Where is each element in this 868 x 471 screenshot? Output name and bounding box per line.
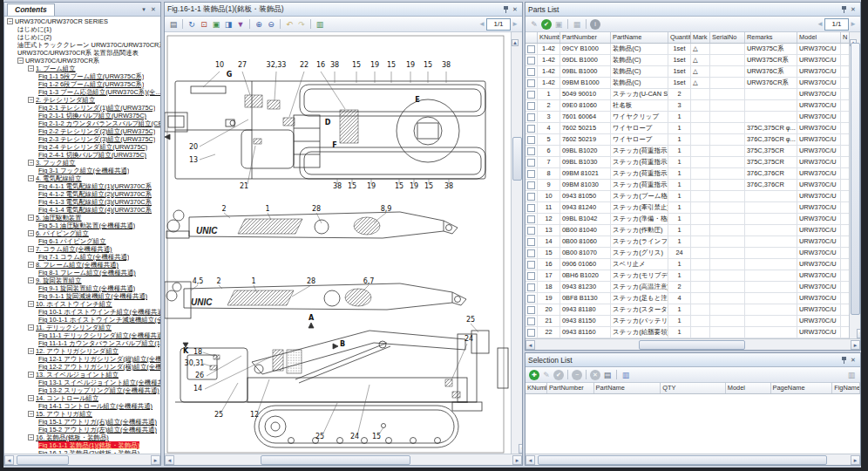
part-callout[interactable]: 28: [312, 205, 321, 213]
column-header[interactable]: Remarks: [745, 32, 797, 43]
prev-view-icon[interactable]: ↶: [284, 19, 295, 30]
column-header[interactable]: Model: [726, 383, 771, 393]
tree-item[interactable]: −11. デリックシリンダ組立: [4, 324, 160, 331]
row-checkbox[interactable]: [527, 147, 535, 155]
column-header[interactable]: FigName: [832, 383, 860, 393]
cart-icon[interactable]: ▥: [620, 370, 631, 380]
scroll-up-icon[interactable]: ▲: [512, 39, 519, 46]
scroll-right-icon[interactable]: ►: [851, 455, 860, 465]
row-checkbox[interactable]: [527, 91, 535, 99]
part-callout[interactable]: 2: [216, 277, 220, 285]
row-checkbox[interactable]: [527, 79, 535, 87]
tree-item[interactable]: −4. 電気配線組立: [4, 174, 160, 182]
table-row[interactable]: 130B00 81040ステッカ(作動圧)1URW370C/U: [526, 225, 851, 236]
part-callout[interactable]: 2: [221, 205, 226, 213]
part-callout[interactable]: K: [183, 347, 189, 355]
row-checkbox[interactable]: [527, 306, 535, 314]
tree-item[interactable]: Fig 3-1 フック組立(全機種共通): [4, 167, 160, 174]
tree-item[interactable]: Fig 13-2 スリップリング組立(全機種共通): [4, 386, 160, 394]
contents-hscrollbar[interactable]: ◄ ►: [4, 454, 160, 465]
row-checkbox[interactable]: [527, 102, 535, 110]
table-row[interactable]: 210943 81150ステッカ(バッテリ)1URW370C/U: [526, 316, 851, 327]
fit-page-icon[interactable]: ▣: [211, 19, 221, 30]
tree-item[interactable]: Fig 2-1-2 カウンタバランスバルブ組立(CB-...: [4, 119, 160, 127]
column-header[interactable]: PartName: [594, 383, 661, 393]
pin-icon[interactable]: [840, 356, 848, 365]
row-checkbox[interactable]: [527, 317, 535, 325]
part-callout[interactable]: D: [325, 119, 331, 126]
tree-item[interactable]: Fig 13-1 スイベルジョイント組立(全機種共...: [4, 379, 160, 386]
tree-item[interactable]: Fig 1-2 6段ブーム組立(URW375C系): [4, 80, 160, 88]
figure-hscrollbar[interactable]: ◄ ►: [165, 454, 522, 465]
collapse-icon[interactable]: −: [28, 262, 34, 268]
collapse-icon[interactable]: −: [28, 372, 34, 378]
part-callout[interactable]: 19: [367, 182, 376, 190]
parts-vscrollbar[interactable]: ▲ ▼: [849, 32, 860, 338]
table-row[interactable]: 200943 81180ステッカ(スタータ)1URW370C/U: [526, 304, 851, 316]
figure-canvas[interactable]: UNIC UNIC: [165, 32, 522, 454]
tree-item[interactable]: Fig 11-1-1 カウンタバランスバルブ組立(1)...: [4, 339, 160, 347]
tree-item[interactable]: Fig 4-1-1 電気配線組立(1)(URW370C系: [4, 182, 160, 190]
edit-icon[interactable]: ✎: [541, 370, 552, 380]
tree-item[interactable]: −2. テレシリンダ組立: [4, 96, 160, 104]
table-row[interactable]: 1-4209CY B1000装飾品(C)1set△URW375C系URW370C…: [526, 44, 851, 55]
tree-item[interactable]: −16. 装飾品(銘板・装飾品): [4, 433, 160, 441]
table-row[interactable]: 47602 50215ワイヤロープ1375C,375CR φ...URW370C…: [526, 123, 851, 134]
part-callout[interactable]: 19: [370, 61, 379, 69]
column-header[interactable]: KNumb.: [526, 383, 547, 393]
collapse-icon[interactable]: −: [28, 348, 34, 354]
column-header[interactable]: KNumb.: [538, 32, 560, 43]
part-callout[interactable]: E: [415, 96, 419, 104]
pan-icon[interactable]: ↻: [186, 19, 197, 30]
print-icon[interactable]: ▤: [168, 19, 179, 30]
tree-item[interactable]: −12. アウトリガシリンダ組立: [4, 347, 160, 355]
tree-item[interactable]: Fig 2-1 テレシリンダ(1)組立(URW375C): [4, 104, 160, 112]
part-callout[interactable]: 20: [189, 143, 198, 151]
part-callout[interactable]: 18: [193, 348, 202, 356]
export-icon[interactable]: ▥: [315, 19, 325, 30]
tree-item[interactable]: Fig 9-1-1 旋回減速機組立(全機種共通): [4, 292, 160, 300]
table-row[interactable]: 209E0 81060社名板3URW370C/U: [526, 100, 851, 112]
selection-hscrollbar[interactable]: ◄ ►: [526, 454, 860, 465]
part-callout[interactable]: 21: [240, 182, 248, 190]
tree-item[interactable]: Fig 1-3 ブーム応急組立(URW370C系)(全...: [4, 88, 160, 96]
collapse-icon[interactable]: −: [28, 324, 34, 331]
next-page-icon[interactable]: ►: [849, 20, 858, 28]
tree-item[interactable]: Fig 4-1-3 電気配線組立(3)(URW370C系: [4, 198, 160, 206]
scroll-down-icon[interactable]: ▼: [519, 444, 522, 454]
remove-icon[interactable]: −: [572, 370, 582, 380]
part-callout[interactable]: 1: [265, 205, 269, 213]
part-callout[interactable]: 15: [395, 182, 403, 190]
tree-item[interactable]: Fig 16-1-1 装飾品(1)(銘板・装飾品): [4, 441, 160, 449]
scroll-left-icon[interactable]: ◄: [526, 340, 535, 350]
scroll-right-icon[interactable]: ►: [851, 340, 860, 350]
tree-item[interactable]: 油圧式トラッククレーン URW370C/URW370CR系: [4, 41, 160, 49]
clear-icon[interactable]: ✕: [590, 370, 600, 380]
collapse-icon[interactable]: −: [28, 97, 34, 103]
part-callout[interactable]: 14: [193, 385, 202, 392]
next-view-icon[interactable]: ↷: [296, 19, 307, 30]
part-callout[interactable]: 15: [372, 433, 381, 440]
collapse-icon[interactable]: −: [28, 277, 34, 283]
scroll-right-icon[interactable]: ►: [512, 455, 522, 465]
table-row[interactable]: 1-4209DL B1000装飾品(C)1set△URW375CR系URW370…: [526, 55, 851, 66]
part-callout[interactable]: 26: [195, 372, 204, 379]
tree-item[interactable]: URW370C/URW370CR系 装置部品関連表: [4, 49, 160, 57]
tree-item[interactable]: Fig 2-3 テレシリンダ(3)組立(URW375C): [4, 135, 160, 143]
collapse-icon[interactable]: −: [28, 160, 34, 166]
contents-tab[interactable]: Contents: [7, 3, 55, 16]
row-checkbox[interactable]: [527, 238, 535, 246]
tree-item[interactable]: −13. スイベルジョイント組立: [4, 371, 160, 379]
table-row[interactable]: 100943 81050ステッカ(ブーム格納)1URW370C/U: [526, 191, 851, 202]
tree-item[interactable]: −7. コラム組立(全機種共通): [4, 245, 160, 253]
part-callout[interactable]: 38: [444, 182, 453, 190]
table-row[interactable]: 110943 81240ステッカ(牽引禁止)1URW370C/U: [526, 202, 851, 214]
tree-item[interactable]: はじめに(2): [4, 33, 160, 41]
column-header[interactable]: Quantity: [668, 32, 691, 43]
row-checkbox[interactable]: [527, 113, 535, 121]
part-callout[interactable]: 15: [424, 61, 432, 69]
next-page-icon[interactable]: ►: [511, 20, 519, 28]
tree-item[interactable]: Fig 2-1-1 切換バルブ組立(URW375C): [4, 112, 160, 119]
part-callout[interactable]: 15: [387, 61, 396, 69]
export-icon[interactable]: ▥: [846, 370, 857, 380]
